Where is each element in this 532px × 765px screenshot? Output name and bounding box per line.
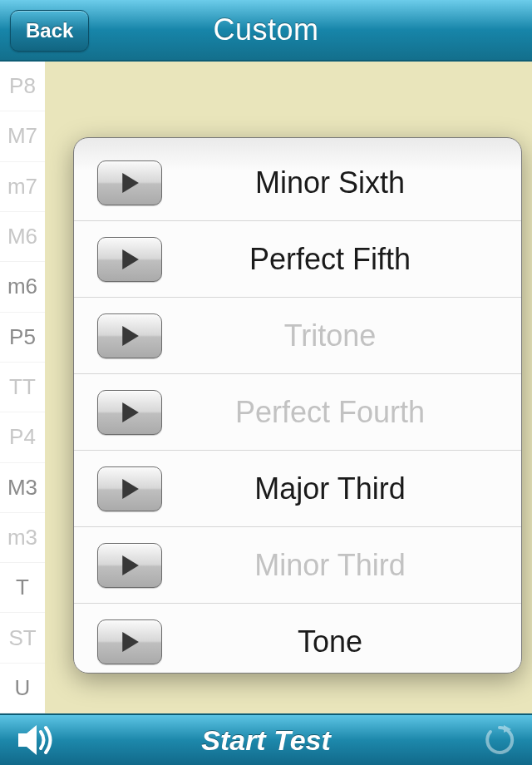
sidebar-item[interactable]: T bbox=[0, 563, 45, 613]
play-button[interactable] bbox=[97, 543, 162, 588]
list-item[interactable]: Tone bbox=[74, 604, 521, 674]
sidebar-item[interactable]: TT bbox=[0, 363, 45, 412]
interval-label: Tritone bbox=[162, 318, 521, 353]
play-icon bbox=[121, 402, 139, 422]
sidebar-item[interactable]: m3 bbox=[0, 513, 45, 563]
list-item[interactable]: Perfect Fifth bbox=[74, 221, 521, 298]
svg-marker-6 bbox=[122, 632, 139, 652]
interval-label: Minor Third bbox=[162, 548, 521, 583]
sidebar-item[interactable]: m6 bbox=[0, 262, 45, 312]
list-item[interactable]: Minor Third bbox=[74, 527, 521, 604]
play-button[interactable] bbox=[97, 160, 162, 205]
refresh-icon bbox=[484, 724, 515, 756]
list-item[interactable]: Minor Sixth bbox=[74, 138, 521, 221]
back-button[interactable]: Back bbox=[10, 10, 89, 52]
sidebar-item[interactable]: m7 bbox=[0, 162, 45, 212]
svg-marker-1 bbox=[122, 249, 139, 269]
play-icon bbox=[121, 479, 139, 499]
speaker-button[interactable] bbox=[18, 723, 57, 757]
interval-label: Tone bbox=[162, 624, 521, 659]
sidebar-item[interactable]: M6 bbox=[0, 212, 45, 262]
interval-label: Major Third bbox=[162, 471, 521, 506]
interval-label: Perfect Fourth bbox=[162, 395, 521, 430]
sidebar-item[interactable]: M3 bbox=[0, 463, 45, 513]
play-icon bbox=[121, 173, 139, 193]
sidebar-item[interactable]: U bbox=[0, 664, 45, 713]
sidebar-item[interactable]: M7 bbox=[0, 111, 45, 161]
sidebar-item[interactable]: P4 bbox=[0, 412, 45, 462]
play-icon bbox=[121, 555, 139, 575]
list-item[interactable]: Tritone bbox=[74, 298, 521, 374]
svg-marker-2 bbox=[122, 326, 139, 346]
play-button[interactable] bbox=[97, 237, 162, 282]
play-button[interactable] bbox=[97, 390, 162, 435]
svg-marker-4 bbox=[122, 479, 139, 499]
svg-marker-0 bbox=[122, 173, 139, 193]
navbar: Back Custom bbox=[0, 0, 532, 62]
play-button[interactable] bbox=[97, 466, 162, 511]
interval-panel: Minor Sixth Perfect Fifth Tritone Perfec… bbox=[73, 137, 522, 674]
sidebar-item[interactable]: P8 bbox=[0, 62, 45, 111]
start-test-button[interactable]: Start Test bbox=[201, 724, 331, 757]
interval-sidebar: P8 M7 m7 M6 m6 P5 TT P4 M3 m3 T ST U bbox=[0, 62, 45, 713]
sidebar-item[interactable]: ST bbox=[0, 613, 45, 663]
play-icon bbox=[121, 326, 139, 346]
interval-label: Perfect Fifth bbox=[162, 242, 521, 277]
list-item[interactable]: Major Third bbox=[74, 451, 521, 527]
svg-marker-5 bbox=[122, 555, 139, 575]
play-icon bbox=[121, 249, 139, 269]
play-button[interactable] bbox=[97, 313, 162, 358]
refresh-button[interactable] bbox=[484, 724, 515, 756]
speaker-icon bbox=[18, 723, 57, 757]
interval-label: Minor Sixth bbox=[162, 165, 521, 200]
play-icon bbox=[121, 632, 139, 652]
svg-marker-8 bbox=[18, 725, 37, 755]
list-item[interactable]: Perfect Fourth bbox=[74, 374, 521, 451]
toolbar: Start Test bbox=[0, 713, 532, 765]
page-title: Custom bbox=[213, 12, 318, 47]
sidebar-item[interactable]: P5 bbox=[0, 313, 45, 363]
svg-marker-3 bbox=[122, 402, 139, 422]
play-button[interactable] bbox=[97, 619, 162, 664]
